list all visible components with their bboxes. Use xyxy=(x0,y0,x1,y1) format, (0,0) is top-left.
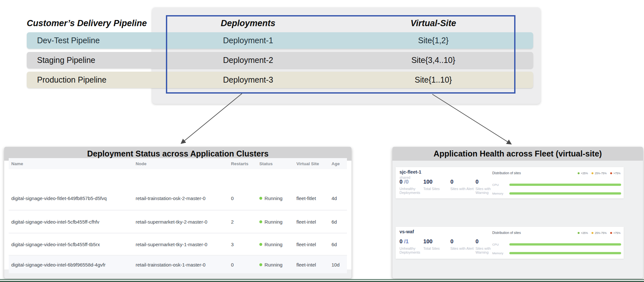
deployment-status-panel: Deployment Status across Application Clu… xyxy=(4,147,351,278)
legend-dot-green xyxy=(578,172,580,174)
legend-item: >75% xyxy=(610,172,620,175)
legend-dot-green xyxy=(578,232,580,234)
table-row[interactable]: digital-signage-video-intel-6b9f96558d-4… xyxy=(9,255,347,273)
stat-label: Unhealthy Deployments xyxy=(399,247,425,254)
pipeline-name: Staging Pipeline xyxy=(37,52,95,68)
distribution-legend: <25% 25%-75% >75% xyxy=(578,231,620,235)
cpu-distribution-bar xyxy=(509,243,621,246)
fleet-name: sjc-fleet-1 xyxy=(399,169,421,175)
stat-unhealthy-deployments: 0 /0 Unhealthy Deployments xyxy=(399,179,425,195)
memory-bar-fill xyxy=(509,252,621,254)
legend-dot-red xyxy=(610,172,612,174)
fleet-health-card[interactable]: vs-waf 0 /1 Unhealthy Deployments 100 To… xyxy=(396,227,624,259)
memory-distribution-bar xyxy=(509,252,621,254)
running-status-icon xyxy=(259,197,262,200)
stat-label: Total Sites xyxy=(423,187,449,191)
fleet-name: vs-waf xyxy=(399,229,414,234)
status-cell: Running xyxy=(257,242,294,247)
memory-bar-label: Memory xyxy=(492,192,503,195)
memory-distribution-bar xyxy=(509,192,621,195)
restarts-count: 2 xyxy=(228,219,257,225)
legend-label: <25% xyxy=(581,231,588,235)
legend-label: >75% xyxy=(613,231,620,235)
table-row[interactable]: digital-signage-video-fitlet-649fb857b5-… xyxy=(9,187,347,210)
slide-canvas: Customer’s Delivery Pipeline Deployments… xyxy=(0,0,644,282)
memory-bar-label: Memory xyxy=(492,251,503,255)
pod-name: digital-signage-video-intel-6b9f96558d-4… xyxy=(9,262,133,267)
stat-value: 100 xyxy=(423,179,449,185)
application-health-panel-title: Application Health across Fleet (virtual… xyxy=(392,147,643,161)
status-cell: Running xyxy=(257,196,294,201)
stat-value: 0 xyxy=(399,238,402,245)
column-header-restarts: Restarts xyxy=(228,161,257,166)
column-header-age: Age xyxy=(329,161,347,166)
column-header-node: Node xyxy=(133,161,228,166)
fleet-health-card[interactable]: sjc-fleet-1 shared 0 /0 Unhealthy Deploy… xyxy=(396,167,624,198)
memory-bar-fill xyxy=(509,192,621,195)
legend-label: <25% xyxy=(581,172,588,175)
running-status-icon xyxy=(259,263,262,266)
legend-item: <25% xyxy=(578,172,588,175)
deployment-table-header: Name Node Restarts Status Virtual Site A… xyxy=(9,158,347,169)
virtual-site-name: fleet-intel xyxy=(294,262,329,267)
bottom-divider xyxy=(0,279,644,282)
stat-value: 100 xyxy=(423,238,449,245)
application-health-panel: Application Health across Fleet (virtual… xyxy=(392,147,643,278)
distribution-title: Distribution of sites xyxy=(492,231,521,235)
running-status-icon xyxy=(259,220,262,223)
legend-item: 25%-75% xyxy=(591,172,607,175)
legend-item: <25% xyxy=(578,231,588,235)
table-row[interactable]: digital-signage-video-intel-5cfb455ff-tb… xyxy=(9,233,347,255)
virtual-site-name: fleet-intel xyxy=(294,219,329,225)
status-text: Running xyxy=(264,196,283,201)
distribution-title: Distribution of sites xyxy=(492,171,521,175)
pipeline-name: Production Pipeline xyxy=(37,72,106,88)
legend-label: 25%-75% xyxy=(595,231,607,235)
node-name: retail-supermarket-tky-2-master-0 xyxy=(133,219,228,225)
legend-item: >75% xyxy=(610,231,620,235)
stat-total-sites: 100 Total Sites xyxy=(423,179,449,191)
legend-label: 25%-75% xyxy=(595,172,607,175)
pod-name: digital-signage-video-fitlet-649fb857b5-… xyxy=(9,196,133,201)
cpu-bar-fill xyxy=(509,184,621,186)
node-name: retail-supermarket-tky-1-master-0 xyxy=(133,242,228,247)
cpu-bar-label: CPU xyxy=(492,183,499,186)
node-name: retail-trainstation-osk-1-master-0 xyxy=(133,262,228,267)
stat-secondary-value: /0 xyxy=(404,179,409,185)
stat-total-sites: 100 Total Sites xyxy=(423,238,449,250)
legend-dot-red xyxy=(610,232,612,234)
distribution-legend: <25% 25%-75% >75% xyxy=(578,172,620,175)
legend-dot-yellow xyxy=(591,172,593,174)
age-value: 6d xyxy=(329,242,347,247)
table-row[interactable]: digital-signage-video-intel-5cfb455ff-cf… xyxy=(9,210,347,233)
pod-name: digital-signage-video-intel-5cfb455ff-cf… xyxy=(9,219,133,225)
restarts-count: 0 xyxy=(228,196,257,201)
column-header-name: Name xyxy=(9,161,133,166)
legend-item: 25%-75% xyxy=(591,231,607,235)
age-value: 4d xyxy=(329,196,347,201)
legend-label: >75% xyxy=(613,172,620,175)
stat-secondary-value: /1 xyxy=(404,238,409,245)
virtual-site-name: fleet-intel xyxy=(294,242,329,247)
cpu-bar-fill xyxy=(509,243,621,246)
stat-label: Total Sites xyxy=(423,247,449,250)
column-header-status: Status xyxy=(257,161,294,166)
cpu-distribution-bar xyxy=(509,184,621,186)
status-cell: Running xyxy=(257,219,294,225)
restarts-count: 0 xyxy=(228,262,257,267)
age-value: 10d xyxy=(329,262,347,267)
status-text: Running xyxy=(264,219,283,225)
node-name: retail-trainstation-osk-2-master-0 xyxy=(133,196,228,201)
status-text: Running xyxy=(264,242,283,247)
column-header-virtual-site: Virtual-Site xyxy=(353,18,514,28)
cpu-bar-label: CPU xyxy=(492,243,499,246)
virtual-site-name: fleet-fitlet xyxy=(294,196,329,201)
stat-value: 0 xyxy=(399,179,402,185)
status-text: Running xyxy=(264,262,283,267)
running-status-icon xyxy=(259,243,262,246)
restarts-count: 3 xyxy=(228,242,257,247)
pod-name: digital-signage-video-intel-5cfb455ff-tb… xyxy=(9,242,133,247)
pipeline-name: Dev-Test Pipeline xyxy=(37,32,100,49)
age-value: 6d xyxy=(329,219,347,225)
status-cell: Running xyxy=(257,262,294,267)
